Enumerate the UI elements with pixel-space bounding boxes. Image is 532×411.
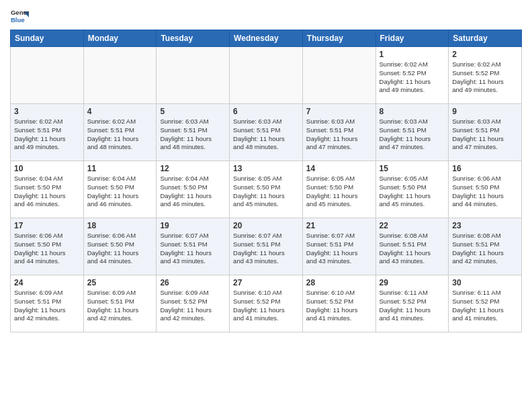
calendar-cell: 15Sunrise: 6:05 AM Sunset: 5:50 PM Dayli… [375,161,449,218]
calendar-cell [83,47,157,104]
day-info: Sunrise: 6:10 AM Sunset: 5:52 PM Dayligh… [306,289,372,323]
day-info: Sunrise: 6:07 AM Sunset: 5:51 PM Dayligh… [306,232,372,266]
day-info: Sunrise: 6:06 AM Sunset: 5:50 PM Dayligh… [14,232,80,266]
calendar-cell: 12Sunrise: 6:04 AM Sunset: 5:50 PM Dayli… [157,161,230,218]
day-number: 21 [306,221,372,230]
calendar-cell: 7Sunrise: 6:03 AM Sunset: 5:51 PM Daylig… [302,104,375,161]
day-info: Sunrise: 6:02 AM Sunset: 5:51 PM Dayligh… [87,118,153,152]
day-info: Sunrise: 6:03 AM Sunset: 5:51 PM Dayligh… [160,118,226,152]
day-info: Sunrise: 6:06 AM Sunset: 5:50 PM Dayligh… [452,175,518,209]
calendar-table: SundayMondayTuesdayWednesdayThursdayFrid… [10,30,522,332]
calendar-cell: 4Sunrise: 6:02 AM Sunset: 5:51 PM Daylig… [83,104,157,161]
day-info: Sunrise: 6:11 AM Sunset: 5:52 PM Dayligh… [452,289,518,323]
calendar-cell: 6Sunrise: 6:03 AM Sunset: 5:51 PM Daylig… [230,104,303,161]
day-number: 19 [160,221,226,230]
calendar-cell: 26Sunrise: 6:09 AM Sunset: 5:52 PM Dayli… [157,275,230,332]
weekday-wednesday: Wednesday [230,30,303,47]
day-number: 12 [160,164,226,173]
day-number: 5 [160,107,226,116]
calendar-week-4: 17Sunrise: 6:06 AM Sunset: 5:50 PM Dayli… [11,218,522,275]
day-info: Sunrise: 6:04 AM Sunset: 5:50 PM Dayligh… [160,175,226,209]
day-number: 30 [452,278,518,287]
calendar-page: General Blue SundayMondayTuesdayWednesda… [0,0,532,342]
day-number: 16 [452,164,518,173]
logo: General Blue [10,7,30,26]
calendar-cell [157,47,230,104]
day-number: 15 [380,164,445,173]
day-info: Sunrise: 6:05 AM Sunset: 5:50 PM Dayligh… [233,175,299,209]
day-number: 11 [87,164,153,173]
day-number: 7 [306,107,372,116]
calendar-cell: 14Sunrise: 6:05 AM Sunset: 5:50 PM Dayli… [302,161,375,218]
calendar-cell: 10Sunrise: 6:04 AM Sunset: 5:50 PM Dayli… [11,161,84,218]
calendar-cell: 20Sunrise: 6:07 AM Sunset: 5:51 PM Dayli… [230,218,303,275]
weekday-header-row: SundayMondayTuesdayWednesdayThursdayFrid… [11,30,522,47]
calendar-week-2: 3Sunrise: 6:02 AM Sunset: 5:51 PM Daylig… [11,104,522,161]
calendar-cell: 13Sunrise: 6:05 AM Sunset: 5:50 PM Dayli… [230,161,303,218]
day-number: 27 [233,278,299,287]
calendar-cell [230,47,303,104]
day-number: 14 [306,164,372,173]
calendar-week-1: 1Sunrise: 6:02 AM Sunset: 5:52 PM Daylig… [11,47,522,104]
day-number: 3 [14,107,80,116]
day-info: Sunrise: 6:09 AM Sunset: 5:51 PM Dayligh… [14,289,80,323]
calendar-cell: 28Sunrise: 6:10 AM Sunset: 5:52 PM Dayli… [302,275,375,332]
calendar-cell: 19Sunrise: 6:07 AM Sunset: 5:51 PM Dayli… [157,218,230,275]
calendar-cell: 9Sunrise: 6:03 AM Sunset: 5:51 PM Daylig… [449,104,522,161]
calendar-cell: 2Sunrise: 6:02 AM Sunset: 5:52 PM Daylig… [449,47,522,104]
day-number: 6 [233,107,299,116]
day-number: 29 [380,278,445,287]
weekday-thursday: Thursday [302,30,375,47]
calendar-week-3: 10Sunrise: 6:04 AM Sunset: 5:50 PM Dayli… [11,161,522,218]
day-info: Sunrise: 6:07 AM Sunset: 5:51 PM Dayligh… [160,232,226,266]
calendar-cell: 5Sunrise: 6:03 AM Sunset: 5:51 PM Daylig… [157,104,230,161]
svg-text:Blue: Blue [11,16,25,24]
day-info: Sunrise: 6:10 AM Sunset: 5:52 PM Dayligh… [233,289,299,323]
day-number: 8 [380,107,445,116]
day-number: 20 [233,221,299,230]
calendar-cell [11,47,84,104]
day-info: Sunrise: 6:04 AM Sunset: 5:50 PM Dayligh… [14,175,80,209]
calendar-cell: 23Sunrise: 6:08 AM Sunset: 5:51 PM Dayli… [449,218,522,275]
day-number: 23 [452,221,518,230]
logo-icon: General Blue [10,7,29,26]
day-number: 9 [452,107,518,116]
calendar-cell: 25Sunrise: 6:09 AM Sunset: 5:51 PM Dayli… [83,275,157,332]
calendar-cell: 11Sunrise: 6:04 AM Sunset: 5:50 PM Dayli… [83,161,157,218]
day-info: Sunrise: 6:05 AM Sunset: 5:50 PM Dayligh… [380,175,445,209]
calendar-cell: 27Sunrise: 6:10 AM Sunset: 5:52 PM Dayli… [230,275,303,332]
weekday-monday: Monday [83,30,157,47]
day-number: 13 [233,164,299,173]
day-number: 18 [87,221,153,230]
day-info: Sunrise: 6:05 AM Sunset: 5:50 PM Dayligh… [306,175,372,209]
calendar-cell [302,47,375,104]
weekday-sunday: Sunday [11,30,84,47]
day-info: Sunrise: 6:08 AM Sunset: 5:51 PM Dayligh… [380,232,445,266]
calendar-cell: 30Sunrise: 6:11 AM Sunset: 5:52 PM Dayli… [449,275,522,332]
header: General Blue [10,7,522,26]
day-number: 4 [87,107,153,116]
day-number: 10 [14,164,80,173]
day-number: 1 [380,50,445,59]
calendar-cell: 1Sunrise: 6:02 AM Sunset: 5:52 PM Daylig… [375,47,449,104]
day-number: 17 [14,221,80,230]
day-info: Sunrise: 6:02 AM Sunset: 5:51 PM Dayligh… [14,118,80,152]
weekday-friday: Friday [375,30,449,47]
day-info: Sunrise: 6:03 AM Sunset: 5:51 PM Dayligh… [306,118,372,152]
day-info: Sunrise: 6:03 AM Sunset: 5:51 PM Dayligh… [233,118,299,152]
day-info: Sunrise: 6:02 AM Sunset: 5:52 PM Dayligh… [452,60,518,95]
calendar-cell: 16Sunrise: 6:06 AM Sunset: 5:50 PM Dayli… [449,161,522,218]
day-info: Sunrise: 6:04 AM Sunset: 5:50 PM Dayligh… [87,175,153,209]
weekday-saturday: Saturday [449,30,522,47]
day-info: Sunrise: 6:09 AM Sunset: 5:52 PM Dayligh… [160,289,226,323]
day-info: Sunrise: 6:11 AM Sunset: 5:52 PM Dayligh… [380,289,445,323]
calendar-cell: 3Sunrise: 6:02 AM Sunset: 5:51 PM Daylig… [11,104,84,161]
day-info: Sunrise: 6:08 AM Sunset: 5:51 PM Dayligh… [452,232,518,266]
day-number: 2 [452,50,518,59]
calendar-week-5: 24Sunrise: 6:09 AM Sunset: 5:51 PM Dayli… [11,275,522,332]
day-info: Sunrise: 6:03 AM Sunset: 5:51 PM Dayligh… [452,118,518,152]
day-number: 26 [160,278,226,287]
day-info: Sunrise: 6:02 AM Sunset: 5:52 PM Dayligh… [380,60,445,95]
day-info: Sunrise: 6:09 AM Sunset: 5:51 PM Dayligh… [87,289,153,323]
calendar-cell: 8Sunrise: 6:03 AM Sunset: 5:51 PM Daylig… [375,104,449,161]
